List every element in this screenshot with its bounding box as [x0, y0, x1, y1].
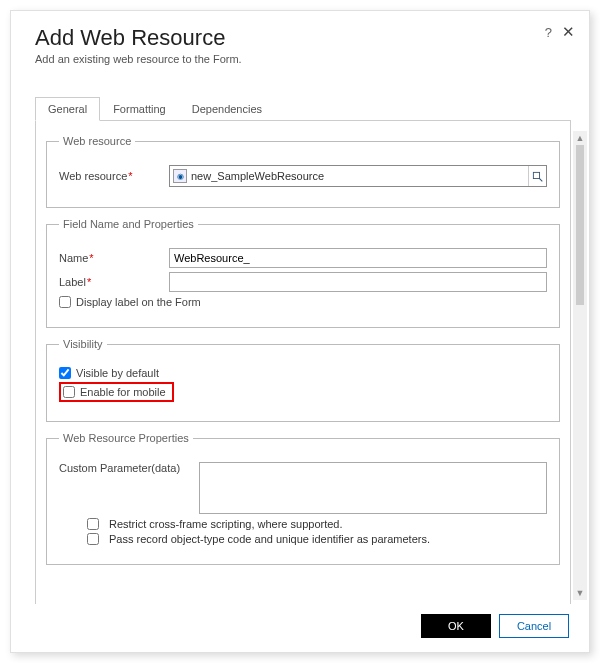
pass-record-checkbox[interactable] — [87, 533, 99, 545]
help-icon[interactable]: ? — [545, 25, 552, 40]
ok-button[interactable]: OK — [421, 614, 491, 638]
group-web-resource: Web resource Web resource* ◉ new_SampleW… — [46, 135, 560, 208]
group-web-resource-legend: Web resource — [59, 135, 135, 147]
group-web-resource-properties: Web Resource Properties Custom Parameter… — [46, 432, 560, 565]
dialog-header-controls: ? ✕ — [545, 23, 575, 41]
name-label: Name* — [59, 252, 169, 264]
group-visibility-legend: Visibility — [59, 338, 107, 350]
dialog-body: General Formatting Dependencies Web reso… — [11, 71, 589, 604]
scroll-down-icon[interactable]: ▼ — [573, 586, 587, 600]
scroll-up-icon[interactable]: ▲ — [573, 131, 587, 145]
dialog-header: Add Web Resource Add an existing web res… — [11, 11, 589, 71]
dialog-footer: OK Cancel — [11, 604, 589, 652]
group-field-name-legend: Field Name and Properties — [59, 218, 198, 230]
group-visibility: Visibility Visible by default Enable for… — [46, 338, 560, 422]
custom-param-textarea[interactable] — [199, 462, 547, 514]
restrict-xframe-text: Restrict cross-frame scripting, where su… — [109, 518, 343, 530]
display-label-checkbox[interactable] — [59, 296, 71, 308]
dialog-subtitle: Add an existing web resource to the Form… — [35, 53, 569, 65]
svg-line-1 — [540, 178, 543, 181]
name-input[interactable] — [169, 248, 547, 268]
web-resource-value: new_SampleWebResource — [191, 170, 528, 182]
group-field-name: Field Name and Properties Name* Label* D… — [46, 218, 560, 328]
display-label-text: Display label on the Form — [76, 296, 201, 308]
scroll-thumb[interactable] — [576, 145, 584, 305]
label-label: Label* — [59, 276, 169, 288]
visible-default-checkbox[interactable] — [59, 367, 71, 379]
custom-param-label: Custom Parameter(data) — [59, 462, 199, 474]
vertical-scrollbar[interactable]: ▲ ▼ — [573, 131, 587, 600]
web-resource-field-label: Web resource* — [59, 170, 169, 182]
visible-default-text: Visible by default — [76, 367, 159, 379]
web-resource-lookup[interactable]: ◉ new_SampleWebResource — [169, 165, 547, 187]
tab-general[interactable]: General — [35, 97, 100, 121]
restrict-xframe-checkbox[interactable] — [87, 518, 99, 530]
pass-record-text: Pass record object-type code and unique … — [109, 533, 430, 545]
add-web-resource-dialog: ? ✕ Add Web Resource Add an existing web… — [10, 10, 590, 653]
html-webresource-icon: ◉ — [173, 169, 187, 183]
tab-strip: General Formatting Dependencies — [35, 97, 571, 121]
enable-mobile-checkbox[interactable] — [63, 386, 75, 398]
tab-dependencies[interactable]: Dependencies — [179, 97, 275, 121]
group-wr-props-legend: Web Resource Properties — [59, 432, 193, 444]
label-input[interactable] — [169, 272, 547, 292]
cancel-button[interactable]: Cancel — [499, 614, 569, 638]
dialog-title: Add Web Resource — [35, 25, 569, 51]
svg-rect-0 — [533, 172, 539, 178]
close-icon[interactable]: ✕ — [562, 23, 575, 41]
lookup-icon[interactable] — [528, 166, 546, 186]
enable-mobile-highlight: Enable for mobile — [59, 382, 174, 402]
enable-mobile-text: Enable for mobile — [80, 386, 166, 398]
tab-panel-general: Web resource Web resource* ◉ new_SampleW… — [35, 121, 571, 604]
tab-formatting[interactable]: Formatting — [100, 97, 179, 121]
